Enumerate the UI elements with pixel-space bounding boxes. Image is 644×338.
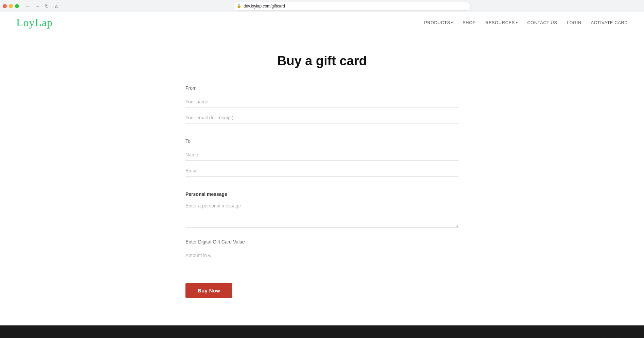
to-section: To: [185, 138, 459, 181]
to-name-input[interactable]: [185, 149, 459, 160]
gift-card-value-section: Enter Digital Gift Card Value: [185, 239, 459, 266]
amount-input[interactable]: [185, 250, 459, 261]
from-label: From: [185, 85, 459, 91]
reload-button[interactable]: ↻: [43, 2, 51, 10]
browser-nav: ← → ↻ ⌂: [24, 2, 60, 10]
to-label: To: [185, 138, 459, 144]
url-text: dev.loylap.com/giftcard: [244, 4, 285, 9]
gift-card-form: From To Personal message Enter Digital G…: [185, 85, 459, 298]
gift-card-value-label: Enter Digital Gift Card Value: [185, 239, 459, 244]
nav-contact-us[interactable]: CONTACT US: [527, 20, 557, 25]
main-content: Buy a gift card From To Personal message…: [169, 33, 475, 325]
from-name-input[interactable]: [185, 96, 459, 107]
personal-message-textarea[interactable]: [185, 200, 459, 227]
buy-now-button[interactable]: Buy Now: [185, 283, 232, 298]
minimize-button[interactable]: [9, 4, 13, 8]
nav-shop[interactable]: SHOP: [463, 20, 476, 25]
nav-activate-card[interactable]: ACTIVATE CARD: [591, 20, 628, 25]
chevron-down-icon: ▾: [516, 21, 518, 24]
from-email-input[interactable]: [185, 112, 459, 123]
chevron-down-icon: ▾: [451, 21, 453, 24]
personal-message-section: Personal message: [185, 191, 459, 229]
footer-logo-watermark: LoyLap: [604, 336, 628, 338]
browser-chrome: ← → ↻ ⌂ 🔒 dev.loylap.com/giftcard: [0, 0, 644, 12]
from-section: From: [185, 85, 459, 128]
lock-icon: 🔒: [237, 4, 242, 8]
maximize-button[interactable]: [15, 4, 19, 8]
back-button[interactable]: ←: [24, 2, 32, 10]
nav-products[interactable]: PRODUCTS ▾: [424, 20, 453, 25]
forward-button[interactable]: →: [33, 2, 41, 10]
nav-login[interactable]: LOGIN: [567, 20, 581, 25]
close-button[interactable]: [3, 4, 7, 8]
main-nav: PRODUCTS ▾ SHOP RESOURCES ▾ CONTACT US L…: [424, 20, 628, 25]
nav-resources[interactable]: RESOURCES ▾: [485, 20, 518, 25]
address-bar[interactable]: 🔒 dev.loylap.com/giftcard: [233, 2, 471, 11]
to-email-input[interactable]: [185, 165, 459, 176]
personal-message-label: Personal message: [185, 191, 459, 197]
site-header: LoyLap PRODUCTS ▾ SHOP RESOURCES ▾ CONTA…: [0, 12, 644, 33]
site-logo[interactable]: LoyLap: [16, 16, 53, 29]
home-button[interactable]: ⌂: [52, 2, 60, 10]
page-title: Buy a gift card: [185, 54, 459, 68]
site-footer: About us Locations LoyLap: [0, 325, 644, 338]
